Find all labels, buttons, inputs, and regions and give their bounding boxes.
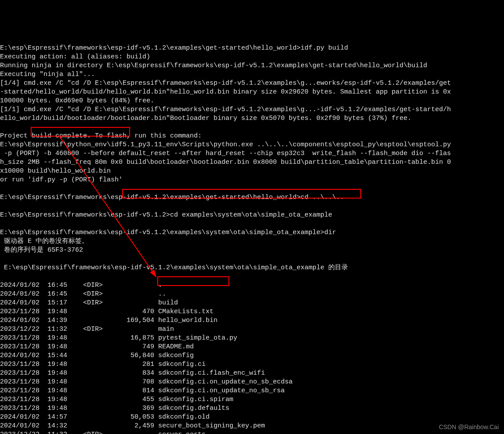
output-line: [1/4] cmd.exe /C "cd /D E:\esp\Espressif… [0,80,451,87]
output-line: E:\esp\Espressif\frameworks\esp-idf-v5.1… [0,44,348,52]
list-item: 2024/01/02 16:45 <DIR> . 2024/01/02 16:4… [0,282,293,434]
output-line: E:\esp\Espressif\python_env\idf5.1_py3.1… [0,141,451,148]
output-line: or run 'idf.py -p (PORT) flash' [0,176,123,184]
output-line: 驱动器 E 中的卷没有标签。 [0,238,88,245]
output-line: ello_world/build/bootloader/bootloader.b… [0,115,411,122]
watermark: CSDN @Rainbow.Cai [439,423,499,431]
directory-listing: 2024/01/02 16:45 <DIR> . 2024/01/02 16:4… [0,281,504,434]
output-line: E:\esp\Espressif\frameworks\esp-idf-v5.1… [0,229,336,236]
output-line: Project build complete. To flash, run th… [0,132,202,140]
output-line: 100000 bytes. 0xd69e0 bytes (84%) free. [0,97,154,105]
output-line: E:\esp\Espressif\frameworks\esp-idf-v5.1… [0,211,332,219]
output-line: 卷的序列号是 65F3-3762 [0,246,83,254]
output-line: x10000 build\hello_world.bin [0,167,111,175]
output-line: [1/1] cmd.exe /C "cd /D E:\esp\Espressif… [0,106,451,113]
output-line: -started/hello_world/build/hello_world.b… [0,88,451,96]
terminal-output[interactable]: E:\esp\Espressif\frameworks\esp-idf-v5.1… [0,35,504,434]
output-line: Executing action: all (aliases: build) [0,53,150,61]
output-line: h_size 2MB --flash_freq 80m 0x0 build\bo… [0,159,451,166]
output-line: E:\esp\Espressif\frameworks\esp-idf-v5.1… [0,194,344,201]
output-line: -p (PORT) -b 460800 --before default_res… [0,150,451,157]
output-line: Running ninja in directory E:\esp\Espres… [0,62,427,69]
output-line: E:\esp\Espressif\frameworks\esp-idf-v5.1… [0,264,348,271]
output-line: Executing "ninja all"... [0,71,95,78]
